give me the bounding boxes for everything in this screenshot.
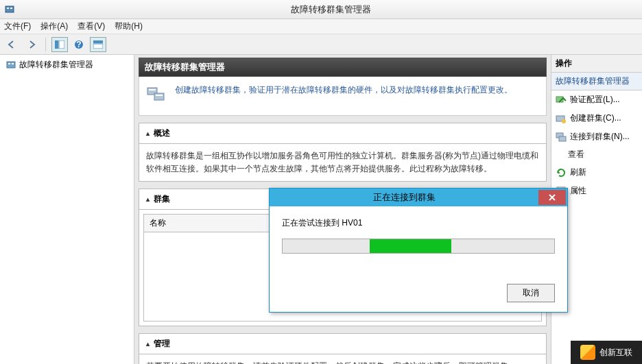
manage-body: 若要开始使用故障转移群集，请首先验证硬件配置，然后创建群集。完成这些步骤后，即可… (139, 354, 546, 364)
svg-rect-11 (12, 63, 14, 64)
close-icon (548, 193, 556, 202)
watermark-icon (580, 345, 595, 360)
svg-point-18 (562, 119, 566, 123)
manage-panel: ▴ 管理 若要开始使用故障转移群集，请首先验证硬件配置，然后创建群集。完成这些步… (139, 333, 547, 364)
refresh-icon (556, 167, 567, 178)
app-icon (4, 4, 15, 15)
view2-button[interactable] (90, 37, 106, 52)
close-button[interactable] (538, 190, 566, 205)
tree-pane: 故障转移群集管理器 (0, 55, 134, 364)
intro-text: 创建故障转移群集，验证用于潜在故障转移群集的硬件，以及对故障转移群集执行配置更改… (175, 84, 512, 106)
action-refresh[interactable]: 刷新 (551, 163, 642, 182)
back-button[interactable] (4, 37, 21, 52)
menu-view[interactable]: 查看(V) (78, 21, 105, 32)
menu-action[interactable]: 操作(A) (40, 21, 68, 32)
action-view[interactable]: 查看 (551, 146, 642, 163)
actions-title: 操作 (551, 55, 642, 73)
progress-bar (282, 239, 555, 254)
menu-help[interactable]: 帮助(H) (115, 21, 143, 32)
server-cluster-icon (146, 84, 168, 106)
dialog-body: 正在尝试连接到 HV01 取消 (270, 206, 567, 312)
window-title: 故障转移群集管理器 (19, 3, 642, 16)
overview-header[interactable]: ▴ 概述 (139, 123, 546, 144)
view1-button[interactable] (51, 37, 68, 52)
action-create[interactable]: 创建群集(C)... (551, 109, 642, 128)
toolbar-separator (45, 38, 46, 51)
connecting-dialog: 正在连接到群集 正在尝试连接到 HV01 取消 (269, 188, 568, 313)
svg-rect-4 (59, 40, 64, 49)
svg-rect-9 (7, 62, 15, 68)
title-bar: 故障转移群集管理器 (0, 0, 642, 19)
dialog-title: 正在连接到群集 (270, 191, 538, 204)
tree-root-label: 故障转移群集管理器 (19, 59, 93, 71)
svg-rect-13 (154, 93, 164, 100)
svg-rect-14 (149, 89, 156, 90)
dialog-message: 正在尝试连接到 HV01 (282, 217, 555, 229)
collapse-icon: ▴ (146, 195, 150, 203)
svg-rect-8 (93, 44, 103, 49)
svg-text:?: ? (76, 40, 81, 49)
cancel-button[interactable]: 取消 (507, 284, 555, 302)
svg-rect-10 (8, 63, 10, 64)
help-button[interactable]: ? (71, 37, 87, 52)
action-connect[interactable]: 连接到群集(N)... (551, 128, 642, 146)
manage-title: 管理 (154, 338, 170, 350)
tree-root[interactable]: 故障转移群集管理器 (3, 58, 131, 72)
svg-rect-1 (7, 8, 9, 9)
action-properties-label: 属性 (570, 185, 586, 197)
actions-section: 故障转移群集管理器 (551, 73, 642, 90)
watermark: 创新互联 (571, 341, 642, 364)
cluster-icon (5, 60, 16, 71)
collapse-icon: ▴ (146, 340, 150, 348)
action-create-label: 创建群集(C)... (570, 112, 621, 124)
connect-icon (556, 132, 567, 143)
action-validate[interactable]: 验证配置(L)... (551, 90, 642, 109)
svg-rect-15 (156, 95, 163, 96)
svg-rect-20 (559, 136, 566, 141)
watermark-text: 创新互联 (599, 347, 632, 359)
svg-rect-2 (10, 8, 12, 9)
manage-header[interactable]: ▴ 管理 (139, 334, 546, 354)
menu-file[interactable]: 文件(F) (4, 21, 31, 32)
svg-rect-7 (93, 40, 103, 43)
svg-rect-0 (5, 6, 14, 12)
dialog-titlebar: 正在连接到群集 (270, 189, 567, 206)
overview-panel: ▴ 概述 故障转移群集是一组相互协作以增加服务器角色可用性的独立计算机。群集服务… (139, 123, 547, 182)
toolbar: ? (0, 34, 642, 55)
action-connect-label: 连接到群集(N)... (570, 131, 630, 143)
collapse-icon: ▴ (146, 130, 150, 137)
menu-bar: 文件(F) 操作(A) 查看(V) 帮助(H) (0, 19, 642, 34)
create-icon (556, 113, 567, 124)
forward-button[interactable] (23, 37, 40, 52)
svg-rect-3 (55, 40, 58, 49)
cluster-title: 群集 (154, 193, 170, 205)
progress-fill (370, 239, 451, 253)
overview-title: 概述 (154, 128, 170, 139)
center-header: 故障转移群集管理器 (139, 58, 547, 77)
action-validate-label: 验证配置(L)... (570, 94, 620, 106)
action-refresh-label: 刷新 (570, 167, 586, 178)
intro-band: 创建故障转移群集，验证用于潜在故障转移群集的硬件，以及对故障转移群集执行配置更改… (139, 77, 547, 116)
overview-body: 故障转移群集是一组相互协作以增加服务器角色可用性的独立计算机。群集服务器(称为节… (139, 144, 546, 181)
validate-icon (556, 95, 567, 106)
